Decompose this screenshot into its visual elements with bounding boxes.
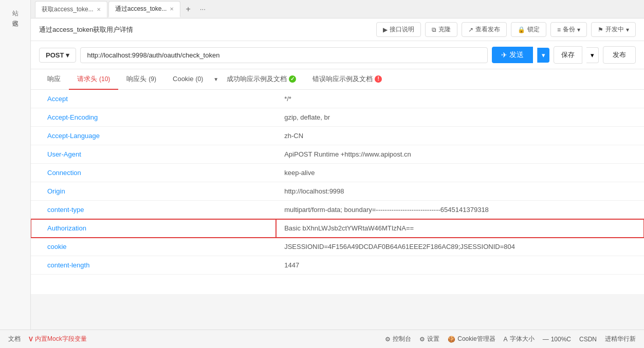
- table-row: content-length1447: [31, 256, 644, 275]
- left-sidebar: 站 收起: [0, 0, 31, 294]
- method-label: POST: [46, 51, 64, 59]
- header-key-cell: cookie: [31, 238, 276, 256]
- error-status-icon: !: [375, 75, 382, 83]
- save-button[interactable]: 保存: [554, 46, 582, 64]
- close-tab-1[interactable]: ✕: [97, 7, 101, 12]
- tab-success-example[interactable]: 成功响应示例及文档 ✓: [218, 69, 304, 90]
- save-dropdown-button[interactable]: ▾: [586, 47, 599, 63]
- backup-button[interactable]: ≡ 备份 ▾: [550, 22, 587, 37]
- tab-cookie[interactable]: Cookie (0): [164, 70, 211, 89]
- table-row: content-typemultipart/form-data; boundar…: [31, 201, 644, 219]
- tab-bar: 获取access_toke... ✕ 通过access_toke... ✕ + …: [31, 0, 644, 18]
- tabs-navigation: 响应 请求头 (10) 响应头 (9) Cookie (0) ▼ 成功响应示例及…: [31, 69, 644, 90]
- tab-error-example[interactable]: 错误响应示例及文档 !: [304, 69, 390, 90]
- header-key-cell: Origin: [31, 182, 276, 201]
- table-row: Accept-Languagezh-CN: [31, 127, 644, 145]
- table-row: cookieJSESSIONID=4F156A49DCDAF0B64A61EEE…: [31, 238, 644, 256]
- flag-icon: ⚑: [598, 26, 603, 33]
- header-key-cell: Accept: [31, 90, 276, 108]
- tab-label-1: 获取access_toke...: [42, 5, 94, 14]
- url-input[interactable]: [80, 47, 488, 63]
- send-dropdown-icon: ▾: [542, 51, 545, 59]
- chevron-down-icon: ▼: [213, 76, 218, 82]
- lock-icon: 🔒: [518, 26, 525, 33]
- lock-button[interactable]: 🔒 锁定: [511, 22, 546, 37]
- header-value-cell: */*: [276, 90, 644, 108]
- dev-dropdown-icon: ▾: [626, 26, 629, 33]
- header-value-cell: 1447: [276, 256, 644, 275]
- header-key-cell: Accept-Language: [31, 127, 276, 145]
- header-value-cell: JSESSIONID=4F156A49DCDAF0B64A61EEE2F186A…: [276, 238, 644, 256]
- publish-view-icon: ↗: [468, 26, 473, 33]
- header-key-cell: content-length: [31, 256, 276, 275]
- send-dropdown-button[interactable]: ▾: [537, 48, 549, 63]
- header-key-cell: content-type: [31, 201, 276, 219]
- toolbar: 通过access_token获取用户详情 ▶ 接口说明 ⧉ 克隆 ↗ 查看发布 …: [31, 18, 644, 41]
- more-tabs-button[interactable]: ···: [196, 3, 210, 15]
- headers-table: Accept*/*Accept-Encodinggzip, deflate, b…: [31, 90, 644, 275]
- header-value-cell: gzip, deflate, br: [276, 108, 644, 127]
- send-button[interactable]: ✈ 发送: [492, 47, 533, 63]
- success-status-icon: ✓: [289, 75, 296, 83]
- save-dropdown-icon: ▾: [591, 51, 594, 59]
- header-key-cell: Authorization: [31, 219, 276, 238]
- table-row: Accept*/*: [31, 90, 644, 108]
- header-value-cell: multipart/form-data; boundary=----------…: [276, 201, 644, 219]
- play-icon: ▶: [383, 26, 388, 33]
- table-row: User-AgentApiPOST Runtime +https://www.a…: [31, 145, 644, 164]
- method-selector[interactable]: POST ▾: [39, 48, 76, 63]
- header-key-cell: User-Agent: [31, 145, 276, 164]
- tab-response-headers[interactable]: 响应头 (9): [118, 69, 164, 90]
- headers-table-container: Accept*/*Accept-Encodinggzip, deflate, b…: [31, 90, 644, 294]
- backup-icon: ≡: [557, 26, 561, 33]
- tab-response[interactable]: 响应: [39, 69, 69, 90]
- api-title: 通过access_token获取用户详情: [39, 25, 134, 34]
- url-bar: POST ▾ ✈ 发送 ▾ 保存 ▾ 发布: [31, 41, 644, 69]
- header-value-cell: zh-CN: [276, 127, 644, 145]
- table-row: Connectionkeep-alive: [31, 164, 644, 182]
- view-publish-button[interactable]: ↗ 查看发布: [462, 22, 507, 37]
- close-tab-2[interactable]: ✕: [170, 6, 174, 12]
- tab-get-access-token[interactable]: 获取access_toke... ✕: [35, 1, 107, 17]
- tab-request-headers[interactable]: 请求头 (10): [69, 69, 118, 90]
- api-description-button[interactable]: ▶ 接口说明: [376, 22, 421, 37]
- publish-button[interactable]: 发布: [603, 46, 636, 64]
- table-row: Originhttp://localhost:9998: [31, 182, 644, 201]
- tab-label-2: 通过access_toke...: [115, 5, 167, 13]
- header-value-cell: ApiPOST Runtime +https://www.apipost.cn: [276, 145, 644, 164]
- table-row: AuthorizationBasic bXhnLWJsb2ctYWRtaW46M…: [31, 219, 644, 238]
- add-tab-button[interactable]: +: [181, 3, 194, 16]
- method-chevron-icon: ▾: [66, 51, 69, 59]
- header-key-cell: Accept-Encoding: [31, 108, 276, 127]
- tab-via-access-token[interactable]: 通过access_toke... ✕: [108, 1, 181, 17]
- dev-status-button[interactable]: ⚑ 开发中 ▾: [591, 22, 636, 37]
- clone-button[interactable]: ⧉ 克隆: [425, 22, 457, 37]
- header-key-cell: Connection: [31, 164, 276, 182]
- table-row: Accept-Encodinggzip, deflate, br: [31, 108, 644, 127]
- backup-dropdown-icon: ▾: [577, 26, 580, 33]
- send-icon: ✈: [501, 51, 507, 59]
- header-value-cell: keep-alive: [276, 164, 644, 182]
- header-value-cell: http://localhost:9998: [276, 182, 644, 201]
- header-value-cell: Basic bXhnLWJsb2ctYWRtaW46MTIzNA==: [276, 219, 644, 238]
- clone-icon: ⧉: [432, 26, 436, 33]
